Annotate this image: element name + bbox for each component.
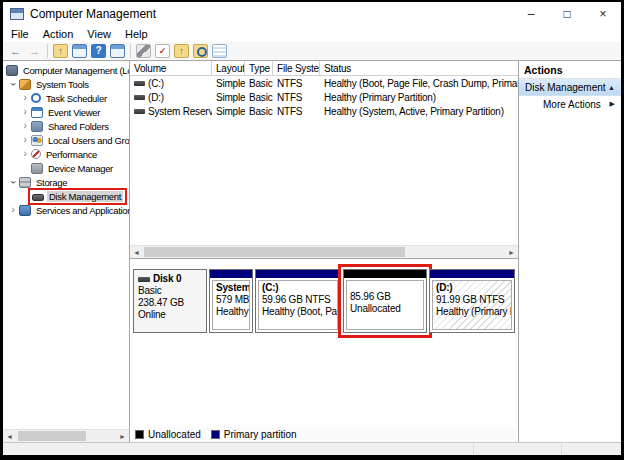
chevron-collapsed-icon[interactable]: [19, 93, 31, 103]
toolbar: ← → ↑ ? ✓ ↑: [3, 42, 621, 60]
toolbar-separator: [47, 44, 48, 58]
menu-view[interactable]: View: [80, 28, 118, 40]
chevron-expanded-icon[interactable]: [7, 177, 19, 187]
tree-item-label: Event Viewer: [46, 107, 102, 118]
action-pane-icon[interactable]: [110, 44, 125, 58]
disk-icon: [138, 277, 150, 282]
partition-size: 59.96 GB NTFS: [262, 294, 334, 306]
find-icon[interactable]: [193, 44, 208, 58]
table-row-volume-c[interactable]: (C:) Simple Basic NTFS Healthy (Boot, Pa…: [130, 76, 518, 90]
scrollbar-thumb[interactable]: [18, 431, 86, 441]
volume-horizontal-scrollbar[interactable]: [130, 245, 518, 258]
cell-status: Healthy (System, Active, Primary Partiti…: [320, 106, 518, 117]
tree-item-performance[interactable]: Performance: [3, 147, 129, 161]
chevron-expanded-icon[interactable]: [7, 79, 19, 89]
scroll-left-icon[interactable]: [130, 246, 143, 258]
column-header-volume[interactable]: Volume: [130, 61, 212, 75]
volume-list-pane: Volume Layout Type File System Status (C…: [130, 61, 518, 259]
disk-label-box[interactable]: Disk 0 Basic 238.47 GB Online: [133, 269, 207, 333]
scroll-right-icon[interactable]: [505, 246, 518, 258]
annotation-red-box-disk-management: Disk Management: [31, 191, 124, 202]
cell-file-system: NTFS: [273, 106, 320, 117]
export-list-icon[interactable]: ↑: [174, 44, 189, 58]
actions-group-label: Disk Management: [525, 82, 606, 93]
close-button[interactable]: ×: [585, 2, 621, 26]
window-title: Computer Management: [30, 7, 156, 21]
toolbar-separator: [130, 44, 131, 58]
table-row-volume-d[interactable]: (D:) Simple Basic NTFS Healthy (Primary …: [130, 90, 518, 104]
status-bar: [3, 442, 621, 455]
tree-item-label: Disk Management: [47, 191, 123, 202]
primary-partition-strip: [210, 270, 252, 278]
scrollbar-thumb[interactable]: [144, 247, 405, 257]
rescan-disks-icon[interactable]: ✓: [155, 44, 170, 58]
help-icon[interactable]: ?: [91, 44, 106, 58]
tree-item-task-scheduler[interactable]: Task Scheduler: [3, 91, 129, 105]
tree-item-services-and-applications[interactable]: Services and Applications: [3, 203, 129, 217]
column-header-layout[interactable]: Layout: [212, 61, 245, 75]
cell-file-system: NTFS: [273, 92, 320, 103]
maximize-button[interactable]: □: [549, 2, 585, 26]
menu-action[interactable]: Action: [36, 28, 81, 40]
cell-volume: System Reserved: [148, 106, 212, 117]
legend-bar: Unallocated Primary partition: [133, 427, 515, 442]
partition-status: Healthy (Boot, Page File, Crash Dump, Pr…: [262, 306, 334, 318]
computer-management-window: Computer Management – □ × File Action Vi…: [0, 0, 624, 460]
partition-name: (D:): [436, 282, 508, 294]
column-header-type[interactable]: Type: [245, 61, 273, 75]
disk-0-row: Disk 0 Basic 238.47 GB Online System Res…: [133, 269, 515, 333]
tree-item-computer-management[interactable]: Computer Management (Local): [3, 63, 129, 77]
cell-layout: Simple: [212, 78, 245, 89]
partition-unallocated[interactable]: 85.96 GB Unallocated: [343, 269, 427, 333]
chevron-collapsed-icon[interactable]: [19, 149, 31, 159]
properties-icon[interactable]: [136, 44, 151, 58]
tree-item-storage[interactable]: Storage: [3, 175, 129, 189]
scroll-right-icon[interactable]: [116, 430, 129, 442]
chevron-collapsed-icon[interactable]: [19, 121, 31, 131]
tree-item-shared-folders[interactable]: Shared Folders: [3, 119, 129, 133]
cell-type: Basic: [245, 106, 273, 117]
menu-help[interactable]: Help: [118, 28, 155, 40]
chevron-collapsed-icon[interactable]: [19, 107, 31, 117]
tree-horizontal-scrollbar[interactable]: [3, 429, 129, 442]
scroll-left-icon[interactable]: [3, 430, 16, 442]
disk-management-icon: [32, 194, 44, 201]
minimize-button[interactable]: –: [513, 2, 549, 26]
menu-file[interactable]: File: [4, 28, 36, 40]
partition-c[interactable]: (C:) 59.96 GB NTFS Healthy (Boot, Page F…: [255, 269, 341, 333]
tree-item-device-manager[interactable]: Device Manager: [3, 161, 129, 175]
cell-volume: (D:): [148, 92, 164, 103]
disk-type: Basic: [138, 285, 202, 297]
partition-size: 579 MB NTFS: [216, 294, 246, 306]
disk-name: Disk 0: [153, 273, 181, 285]
scrollbar-track[interactable]: [16, 430, 116, 442]
event-viewer-icon: [31, 107, 43, 118]
chevron-collapsed-icon[interactable]: [19, 135, 31, 145]
column-header-status[interactable]: Status: [320, 61, 518, 75]
up-folder-icon[interactable]: ↑: [53, 44, 68, 58]
partition-status: Healthy (Primary Partition): [436, 306, 508, 318]
tree-item-system-tools[interactable]: System Tools: [3, 77, 129, 91]
forward-icon[interactable]: →: [27, 44, 42, 58]
table-row-system-reserved[interactable]: System Reserved Simple Basic NTFS Health…: [130, 104, 518, 118]
actions-group-disk-management[interactable]: Disk Management ▲: [519, 79, 621, 96]
title-bar: Computer Management – □ ×: [3, 2, 621, 26]
more-actions-button[interactable]: More Actions ▶: [519, 96, 621, 112]
computer-icon: [6, 65, 18, 76]
partition-system-reserved[interactable]: System Reserved 579 MB NTFS Healthy (Sys…: [209, 269, 253, 333]
tree-item-event-viewer[interactable]: Event Viewer: [3, 105, 129, 119]
legend-label: Unallocated: [148, 429, 201, 440]
cell-status: Healthy (Primary Partition): [320, 92, 518, 103]
collapse-icon[interactable]: ▲: [608, 84, 615, 91]
chevron-collapsed-icon[interactable]: [7, 205, 19, 215]
tree-item-local-users-and-groups[interactable]: Local Users and Groups: [3, 133, 129, 147]
console-tree-icon[interactable]: [72, 44, 87, 58]
back-icon[interactable]: ←: [8, 44, 23, 58]
details-view-icon[interactable]: [212, 44, 227, 58]
tree-item-disk-management[interactable]: Disk Management: [3, 189, 129, 203]
storage-icon: [19, 177, 31, 188]
scrollbar-track[interactable]: [143, 246, 505, 258]
partition-d[interactable]: (D:) 91.99 GB NTFS Healthy (Primary Part…: [429, 269, 515, 333]
column-header-file-system[interactable]: File System: [273, 61, 320, 75]
unallocated-color-swatch: [135, 430, 144, 439]
